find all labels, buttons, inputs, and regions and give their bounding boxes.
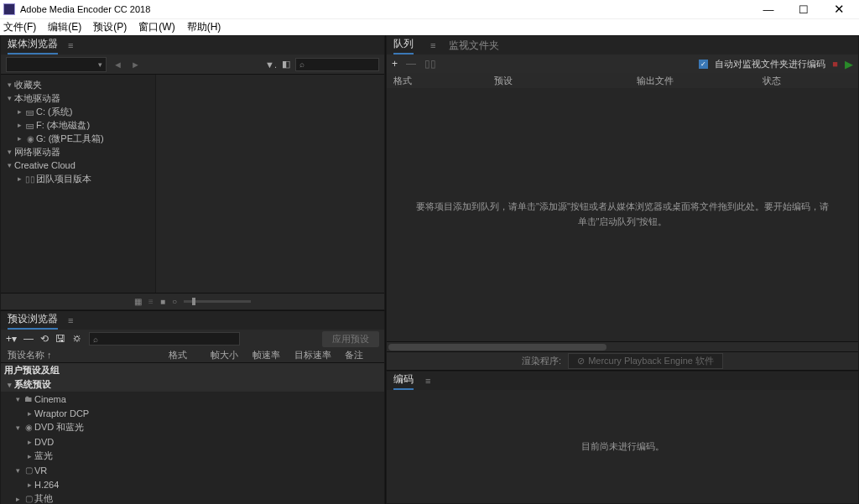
preset-group-other[interactable]: ▸▢其他: [1, 491, 384, 504]
preset-group-cinema[interactable]: ▾🖿Cinema: [1, 392, 384, 406]
render-label: 渲染程序:: [522, 355, 561, 367]
add-source-button[interactable]: +: [392, 58, 398, 70]
queue-drop-area[interactable]: 要将项目添加到队列，请单击"添加源"按钮或者从媒体浏览器或桌面将文件拖到此处。要…: [387, 88, 858, 341]
queue-col-preset: 预设: [494, 73, 637, 88]
team-icon: ▯▯: [24, 174, 36, 184]
preset-group-user[interactable]: 用户预设及组: [1, 363, 384, 377]
disc-icon: ◉: [24, 134, 36, 143]
maximize-button[interactable]: ☐: [787, 0, 820, 18]
menu-help[interactable]: 帮助(H): [187, 20, 221, 34]
queue-placeholder-text: 要将项目添加到队列，请单击"添加源"按钮或者从媒体浏览器或桌面将文件拖到此处。要…: [412, 200, 833, 229]
queue-panel: 队列 ≡ 监视文件夹 + — ▯▯ ✓ 自动对监视文件夹进行编码 ■ ▶ 格式 …: [386, 35, 859, 371]
preset-group-system[interactable]: ▾系统预设: [1, 377, 384, 392]
panel-menu-icon[interactable]: ≡: [68, 40, 73, 50]
menu-file[interactable]: 文件(F): [3, 20, 36, 34]
disc-icon: ◉: [23, 423, 34, 432]
col-comment[interactable]: 备注: [345, 348, 384, 362]
menu-edit[interactable]: 编辑(E): [48, 20, 81, 34]
import-preset-icon[interactable]: 🖫: [55, 333, 65, 345]
queue-col-status: 状态: [763, 73, 851, 88]
queue-tab[interactable]: 队列: [393, 37, 414, 55]
thumbnail-view-icon[interactable]: ▦: [134, 297, 142, 306]
drive-icon: 🖴: [24, 107, 36, 117]
queue-col-output: 输出文件: [637, 73, 763, 88]
panel-menu-icon[interactable]: ≡: [68, 315, 73, 325]
titlebar: Adobe Media Encoder CC 2018 — ☐ ✕: [0, 0, 859, 18]
preset-item-wraptor[interactable]: ▸Wraptor DCP: [1, 406, 384, 420]
panel-menu-icon[interactable]: ≡: [425, 376, 430, 386]
media-browser-tab[interactable]: 媒体浏览器: [8, 37, 58, 55]
preset-item-dvd[interactable]: ▸DVD: [1, 434, 384, 449]
vr-icon: ▢: [23, 465, 34, 475]
tree-drive-g[interactable]: ▸◉G: (微PE工具箱): [1, 132, 155, 145]
menu-window[interactable]: 窗口(W): [138, 20, 174, 34]
add-preset-icon[interactable]: +▾: [6, 333, 17, 345]
nav-back-icon[interactable]: ◄: [112, 60, 124, 70]
preset-item-bluray[interactable]: ▸蓝光: [1, 449, 384, 463]
tree-local-drives[interactable]: ▾本地驱动器: [1, 91, 155, 105]
menu-preset[interactable]: 预设(P): [93, 20, 127, 34]
tree-drive-c[interactable]: ▸🖴C: (系统): [1, 105, 155, 118]
watch-folders-tab[interactable]: 监视文件夹: [449, 39, 499, 53]
preset-search-input[interactable]: ⌕: [89, 332, 240, 346]
gpu-icon: ⊘: [577, 356, 585, 366]
nav-forward-icon[interactable]: ►: [129, 60, 142, 70]
sync-preset-icon[interactable]: ⟲: [40, 333, 49, 345]
settings-preset-icon[interactable]: ⛭: [72, 333, 82, 345]
col-target-rate[interactable]: 目标速率: [294, 348, 345, 362]
preset-browser-tab[interactable]: 预设浏览器: [8, 312, 58, 330]
app-title: Adobe Media Encoder CC 2018: [20, 4, 150, 14]
tree-favorites[interactable]: ▾收藏夹: [1, 78, 155, 91]
media-content-area[interactable]: [156, 75, 384, 293]
tree-creative-cloud[interactable]: ▾Creative Cloud: [1, 158, 155, 172]
ingest-icon[interactable]: ◧: [282, 59, 290, 70]
preset-item-h264[interactable]: ▸H.264: [1, 477, 384, 491]
panel-menu-icon[interactable]: ≡: [430, 40, 435, 50]
drive-icon: 🖴: [24, 121, 36, 130]
directory-dropdown[interactable]: ▾: [6, 57, 107, 72]
col-format[interactable]: 格式: [169, 348, 211, 362]
queue-col-format: 格式: [393, 73, 494, 88]
app-icon: [3, 3, 15, 15]
preset-group-vr[interactable]: ▾▢VR: [1, 463, 384, 477]
list-view-icon[interactable]: ■: [160, 297, 165, 306]
encoding-tab[interactable]: 编码: [393, 372, 414, 390]
menubar: 文件(F) 编辑(E) 预设(P) 窗口(W) 帮助(H): [0, 18, 859, 35]
remove-preset-icon[interactable]: —: [23, 333, 34, 345]
encoding-status-text: 目前尚未进行编码。: [581, 440, 664, 453]
zoom-out-icon[interactable]: ○: [172, 297, 177, 306]
media-tree: ▾收藏夹 ▾本地驱动器 ▸🖴C: (系统) ▸🖴F: (本地磁盘) ▸◉G: (…: [1, 75, 156, 293]
col-frame-rate[interactable]: 帧速率: [252, 348, 294, 362]
minimize-button[interactable]: —: [752, 0, 785, 18]
preset-column-headers: 预设名称 ↑ 格式 帧大小 帧速率 目标速率 备注: [1, 348, 384, 363]
auto-encode-checkbox[interactable]: ✓: [699, 60, 708, 69]
auto-encode-label: 自动对监视文件夹进行编码: [715, 58, 825, 70]
close-button[interactable]: ✕: [822, 0, 856, 18]
media-search-input[interactable]: ⌕: [295, 58, 379, 71]
col-frame-size[interactable]: 帧大小: [211, 348, 252, 362]
remove-source-button[interactable]: —: [406, 58, 416, 70]
start-queue-button[interactable]: ▶: [845, 58, 853, 70]
thumbnail-size-slider[interactable]: [184, 300, 251, 303]
preset-group-dvd-bluray[interactable]: ▾◉DVD 和蓝光: [1, 420, 384, 434]
apply-preset-button[interactable]: 应用预设: [322, 331, 379, 347]
col-preset-name[interactable]: 预设名称 ↑: [1, 348, 169, 362]
folder-icon: 🖿: [23, 394, 34, 403]
filter-icon[interactable]: ▼.: [265, 60, 277, 70]
tree-team-project[interactable]: ▸▯▯团队项目版本: [1, 172, 155, 185]
media-browser-panel: 媒体浏览器 ≡ ▾ ◄ ► ▼. ◧ ⌕ ▾收藏夹 ▾本地驱动器 ▸🖴C: (系…: [0, 35, 385, 310]
render-engine-dropdown[interactable]: ⊘ Mercury Playback Engine 软件: [568, 353, 723, 369]
tree-drive-f[interactable]: ▸🖴F: (本地磁盘): [1, 118, 155, 132]
queue-scrollbar[interactable]: [387, 341, 858, 351]
tree-network-drives[interactable]: ▾网络驱动器: [1, 145, 155, 158]
folder-icon: ▢: [23, 494, 34, 503]
encoding-panel: 编码 ≡ 目前尚未进行编码。: [386, 371, 859, 504]
stop-queue-button[interactable]: ■: [832, 59, 838, 69]
duplicate-source-button[interactable]: ▯▯: [424, 58, 436, 70]
preset-browser-panel: 预设浏览器 ≡ +▾ — ⟲ 🖫 ⛭ ⌕ 应用预设 预设名称 ↑ 格式 帧大小 …: [0, 310, 385, 504]
